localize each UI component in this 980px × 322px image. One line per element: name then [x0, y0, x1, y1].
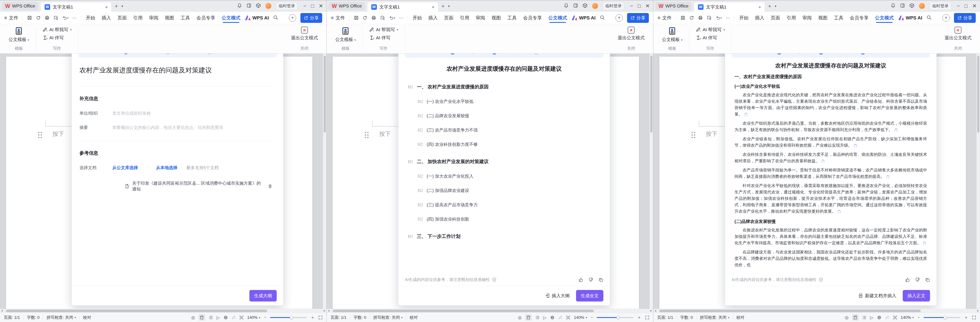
doc-title-input[interactable]: 农村产业发展进度缓慢存在的问题及对策建议 — [80, 65, 275, 75]
copy-icon[interactable] — [925, 277, 930, 282]
scrollbar-thumb[interactable] — [659, 309, 921, 312]
outline-item[interactable]: H1二、 加快农村产业发展的对策建议 — [408, 158, 600, 165]
selection-target-icon[interactable]: ◎ — [191, 315, 195, 320]
scrollbar-thumb[interactable] — [324, 56, 326, 132]
app-menu-chip[interactable]: WWPS Office — [2, 2, 38, 10]
menu-tab[interactable]: 会员专享 — [523, 12, 542, 24]
proofread-button[interactable]: 校对 — [410, 315, 418, 320]
scroll-left-arrow[interactable]: ◄ — [328, 309, 330, 312]
new-tab-button[interactable]: ＋ — [114, 3, 119, 8]
menu-tab[interactable]: 审阅 — [802, 12, 812, 24]
ai-copilot-button[interactable]: AI 伴写 — [695, 35, 725, 41]
upload-cloud-button[interactable] — [289, 14, 296, 22]
upload-cloud-button[interactable] — [942, 14, 950, 22]
menu-tab[interactable]: 引用 — [460, 12, 470, 24]
citation-icon[interactable]: ” — [894, 128, 897, 132]
undo-button[interactable]: ▾ — [716, 15, 722, 20]
close-window-button[interactable]: ✕ — [646, 3, 650, 8]
delete-file-icon[interactable] — [268, 184, 272, 188]
vertical-scrollbar[interactable] — [976, 54, 980, 309]
print-button[interactable] — [371, 15, 376, 20]
official-template-button[interactable]: 公文模板 ▾ — [335, 27, 356, 43]
menu-tab[interactable]: 开始 — [85, 12, 95, 24]
outline-item[interactable]: H2(二) 加强品牌农业建设 — [408, 188, 600, 193]
horizontal-scrollbar[interactable]: ◄ ► — [327, 309, 653, 312]
read-mode-button[interactable]: ▷ — [543, 315, 546, 320]
stepper-step[interactable]: 1基本信息 — [450, 54, 475, 54]
page-view-button[interactable] — [852, 314, 859, 321]
zoom-level-dropdown[interactable]: 140%▾ — [247, 315, 261, 320]
wps-ai-entry[interactable]: WPS AI — [899, 15, 922, 21]
wps-ai-entry[interactable]: WPS AI — [572, 15, 595, 21]
output-convert-button[interactable] — [689, 15, 694, 20]
minimize-button[interactable]: − — [303, 3, 306, 8]
menu-tab[interactable]: 会员专享 — [196, 12, 216, 24]
search-button[interactable] — [926, 15, 932, 21]
menu-tab[interactable]: 页面 — [117, 12, 127, 24]
zoom-slider-handle[interactable] — [290, 316, 293, 319]
zoom-level-dropdown[interactable]: 140%▾ — [901, 315, 914, 320]
menu-tab[interactable]: 视图 — [818, 12, 828, 24]
select-from-library-link[interactable]: 从公文库选择 — [112, 165, 138, 171]
exit-gov-mode-button[interactable]: ✕退出公文模式 — [291, 27, 318, 41]
save-button[interactable] — [681, 15, 686, 20]
scroll-right-arrow[interactable]: ► — [977, 309, 979, 312]
output-convert-button[interactable] — [36, 15, 41, 20]
org-field-input[interactable]: 发文单位或组织名称 — [112, 110, 151, 116]
zoom-in-button[interactable]: ＋ — [964, 314, 968, 320]
model-hub-button[interactable] — [582, 3, 587, 9]
citation-icon[interactable]: ” — [838, 209, 841, 214]
web-view-button[interactable] — [877, 316, 881, 320]
stepper-step[interactable]: 2生成大纲 — [475, 54, 517, 54]
new-tab-button[interactable]: ＋ — [441, 3, 445, 8]
stepper-step[interactable]: 3预览内容 — [190, 54, 232, 54]
file-menu-button[interactable]: ≡文件 — [658, 15, 672, 21]
focus-mode-button[interactable] — [566, 316, 570, 320]
select-from-local-link[interactable]: 从本地选择 — [156, 165, 177, 171]
sidebar-toggle-button[interactable] — [247, 3, 251, 9]
search-button[interactable] — [600, 15, 605, 21]
vertical-scrollbar[interactable] — [649, 54, 653, 309]
word-count[interactable]: 字数: 0 — [680, 315, 693, 320]
exit-gov-mode-button[interactable]: ✕退出公文模式 — [945, 27, 972, 41]
zoom-slider[interactable] — [924, 317, 960, 318]
official-template-button[interactable]: 公文模板 ▾ — [8, 27, 29, 43]
file-menu-button[interactable]: ≡文件 — [331, 15, 345, 21]
thumbs-up-icon[interactable] — [905, 277, 910, 282]
menu-tab[interactable]: 工具 — [834, 12, 844, 24]
document-area[interactable]: 按下 AI 帮我写-通用公文 ✕ 1基本信息2生成大纲3预览内容 农村产业发展进… — [0, 54, 326, 309]
menu-tab[interactable]: 引用 — [786, 12, 796, 24]
notifications-button[interactable] — [891, 3, 896, 9]
web-view-button[interactable] — [224, 316, 228, 320]
maximize-button[interactable]: □ — [311, 3, 314, 8]
save-button[interactable] — [27, 15, 32, 20]
zoom-out-button[interactable]: − — [590, 315, 593, 320]
stepper-step[interactable]: 1基本信息 — [123, 54, 148, 54]
spellcheck-toggle[interactable]: 拼写检查: 关闭▾ — [373, 315, 402, 320]
proofread-button[interactable]: 校对 — [737, 315, 745, 320]
outline-item[interactable]: H2(一) 农业产业化水平较低 — [408, 99, 600, 104]
outline-item[interactable]: H2(四) 农业科技创新力度不够 — [408, 142, 600, 147]
focus-mode-button[interactable] — [239, 316, 243, 320]
outline-item[interactable]: H1三、 下一步工作计划 — [408, 233, 600, 239]
read-mode-button[interactable]: ▷ — [216, 315, 220, 320]
scroll-right-arrow[interactable]: ► — [323, 309, 326, 312]
app-menu-chip[interactable]: WWPS Office — [655, 2, 692, 10]
avatar[interactable] — [265, 3, 272, 9]
share-button[interactable]: 分享 — [301, 13, 322, 23]
word-count[interactable]: 字数: 0 — [27, 315, 40, 320]
scroll-left-arrow[interactable]: ◄ — [1, 309, 3, 312]
zoom-slider-handle[interactable] — [943, 316, 947, 319]
upload-cloud-button[interactable] — [616, 14, 623, 22]
outline-item[interactable]: H2(三) 提高农产品市场竞争力 — [408, 202, 600, 208]
scroll-right-arrow[interactable]: ► — [650, 309, 652, 312]
fullscreen-button[interactable] — [318, 316, 323, 320]
close-window-button[interactable]: ✕ — [319, 3, 323, 8]
zoom-slider-handle[interactable] — [616, 316, 620, 319]
ai-copilot-button[interactable]: AI 伴写 — [369, 35, 398, 41]
ai-write-button[interactable]: AI 帮我写▾ — [695, 27, 725, 33]
print-preview-button[interactable] — [380, 15, 385, 20]
focus-mode-button[interactable] — [893, 316, 897, 320]
page-view-button[interactable] — [199, 314, 205, 321]
outline-item[interactable]: H1一、 农村产业发展进度缓慢的原因 — [408, 84, 600, 90]
